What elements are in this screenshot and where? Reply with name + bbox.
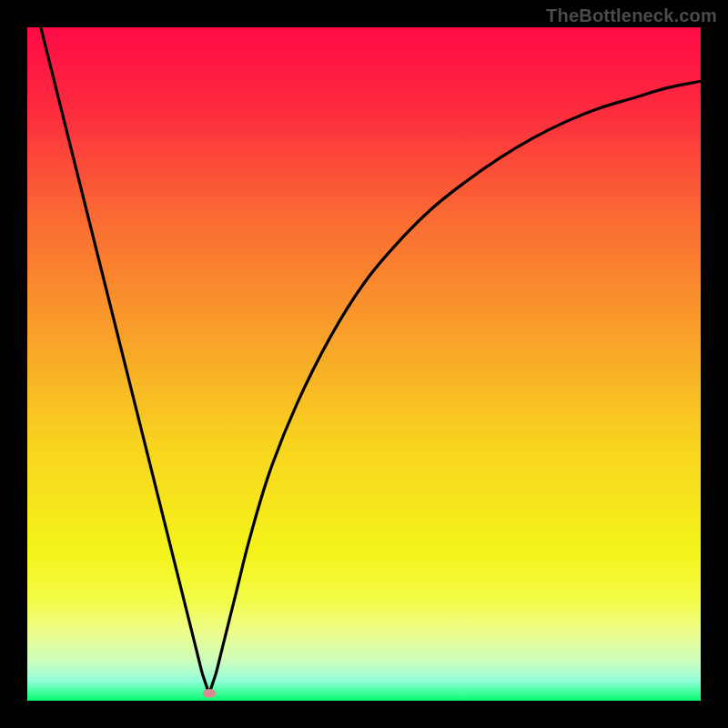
bottleneck-curve: [27, 27, 701, 701]
watermark-text: TheBottleneck.com: [546, 5, 717, 26]
plot-area: [27, 27, 701, 701]
minimum-point-marker: [203, 689, 216, 698]
chart-frame: TheBottleneck.com: [0, 0, 728, 728]
